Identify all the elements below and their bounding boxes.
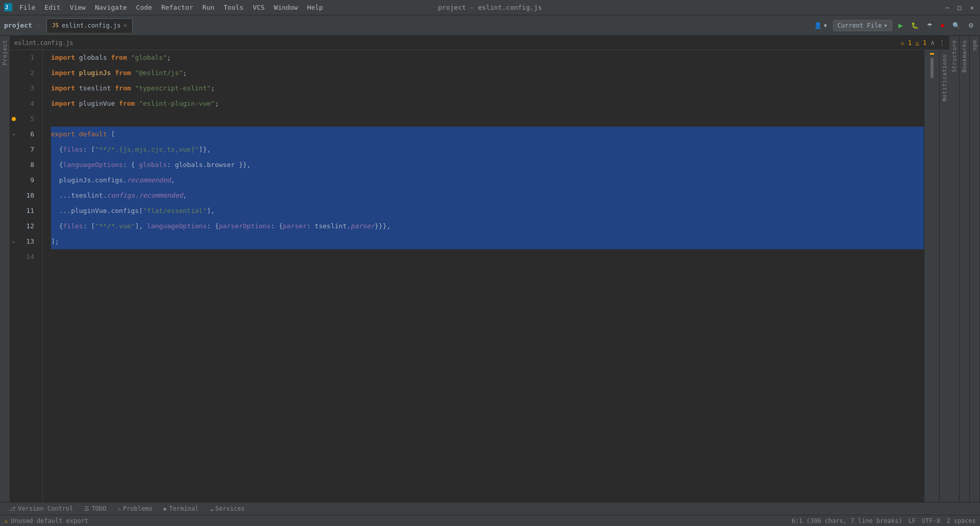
code-line-1: import globals from "globals"; xyxy=(51,50,924,65)
code-line-9: pluginJs.configs.recommended, xyxy=(51,173,924,188)
code-line-14 xyxy=(51,249,924,265)
bookmarks-label[interactable]: Bookmarks xyxy=(960,36,969,77)
version-control-icon: ⎇ xyxy=(9,506,16,512)
menu-navigate[interactable]: Navigate xyxy=(91,3,131,12)
tab-close-button[interactable]: ✕ xyxy=(124,22,127,28)
editor-body: ▾ ▸ 1 2 3 4 5 6 7 xyxy=(10,50,949,502)
editor-header: eslint.config.js ⚠ 1 △ 1 ∧ ⋮ xyxy=(10,36,949,50)
fold-6[interactable]: ▾ xyxy=(10,127,17,142)
line-num-4: 4 xyxy=(17,96,38,111)
npm-label[interactable]: npm xyxy=(970,36,979,55)
status-bar: ⚠ Unused default export 6:1 (306 chars, … xyxy=(0,515,980,526)
menu-vcs[interactable]: VCS xyxy=(249,3,268,12)
collapse-button[interactable]: ∧ xyxy=(930,39,935,46)
debug-button[interactable]: 🐛 xyxy=(909,21,921,30)
run-config-label: Current File xyxy=(838,22,882,29)
run-button[interactable]: ▶ xyxy=(896,21,905,30)
line-num-3: 3 xyxy=(17,81,38,96)
main-area: Project eslint.config.js ⚠ 1 △ 1 ∧ ⋮ xyxy=(0,36,980,502)
tab-services-label: Services xyxy=(215,505,245,512)
fold-2 xyxy=(10,65,17,81)
warning-scroll-marker xyxy=(930,53,934,55)
fold-7 xyxy=(10,142,17,157)
tab-problems-label: Problems xyxy=(123,505,153,512)
coverage-button[interactable]: ☂ xyxy=(925,21,935,30)
tab-terminal-label: Terminal xyxy=(169,505,199,512)
menu-edit[interactable]: Edit xyxy=(40,3,64,12)
structure-label[interactable]: Structure xyxy=(950,36,959,77)
status-warning-text: Unused default export xyxy=(11,517,88,524)
todo-icon: ☰ xyxy=(84,506,89,512)
account-button[interactable]: 👤 ▾ xyxy=(812,21,828,30)
toolbar: project › JS eslint.config.js ✕ 👤 ▾ Curr… xyxy=(0,15,980,36)
tab-version-control-label: Version Control xyxy=(18,505,73,512)
line-num-10: 10 xyxy=(17,188,38,203)
code-line-8: {languageOptions: { globals: globals.bro… xyxy=(51,157,924,173)
right-scrollbar[interactable] xyxy=(924,50,939,502)
close-button[interactable]: ✕ xyxy=(968,4,976,12)
file-tab-eslint[interactable]: JS eslint.config.js ✕ xyxy=(46,18,133,33)
maximize-button[interactable]: □ xyxy=(955,4,964,12)
line-num-2: 2 xyxy=(17,65,38,81)
line-num-12: 12 xyxy=(17,219,38,234)
code-area[interactable]: import globals from "globals"; import pl… xyxy=(43,50,924,502)
tab-todo[interactable]: ☰ TODO xyxy=(79,504,111,514)
menu-tools[interactable]: Tools xyxy=(219,3,248,12)
scrollbar-thumb[interactable] xyxy=(930,58,934,78)
menu-code[interactable]: Code xyxy=(132,3,156,12)
tab-version-control[interactable]: ⎇ Version Control xyxy=(4,504,78,514)
warning-dot xyxy=(12,117,16,121)
bottom-bar: ⎇ Version Control ☰ TODO ⚠ Problems ▶ Te… xyxy=(0,502,980,515)
notifications-label[interactable]: Notifications xyxy=(941,50,948,106)
window-title: project - eslint.config.js xyxy=(438,4,542,11)
menu-refactor[interactable]: Refactor xyxy=(157,3,198,12)
cursor-position[interactable]: 6:1 (306 chars, 7 line breaks) xyxy=(792,517,902,524)
warning-count: ⚠ 1 △ 1 xyxy=(901,39,927,46)
fold-12 xyxy=(10,219,17,234)
search-everywhere-button[interactable]: 🔍 xyxy=(950,21,962,30)
status-left: ⚠ Unused default export xyxy=(4,517,88,524)
code-line-5 xyxy=(51,111,924,127)
charset[interactable]: UTF-8 xyxy=(922,517,940,524)
line-num-7: 7 xyxy=(17,142,38,157)
app-icon: J xyxy=(4,3,13,12)
more-options-button[interactable]: ⋮ xyxy=(939,39,945,46)
project-panel-label[interactable]: Project xyxy=(1,36,9,69)
menu-view[interactable]: View xyxy=(66,3,90,12)
code-line-6: export default [ xyxy=(51,127,924,142)
status-right: 6:1 (306 chars, 7 line breaks) LF UTF-8 … xyxy=(792,517,976,524)
fold-icon-13[interactable]: ▸ xyxy=(12,238,16,245)
settings-button[interactable]: ⚙ xyxy=(966,21,976,30)
left-panel-strip: Project xyxy=(0,36,10,502)
services-icon: ☁ xyxy=(210,506,213,512)
stop-button[interactable]: ■ xyxy=(939,21,946,30)
breadcrumb-file: eslint.config.js xyxy=(14,39,74,46)
fold-icon-6[interactable]: ▾ xyxy=(12,131,16,138)
indent[interactable]: 2 spaces xyxy=(946,517,976,524)
tab-services[interactable]: ☁ Services xyxy=(205,504,250,514)
title-bar: J File Edit View Navigate Code Refactor … xyxy=(0,0,980,15)
code-line-11: ...pluginVue.configs["flat/essential"], xyxy=(51,203,924,219)
code-line-4: import pluginVue from "eslint-plugin-vue… xyxy=(51,96,924,111)
code-line-2: import pluginJs from "@eslint/js"; xyxy=(51,65,924,81)
line-endings[interactable]: LF xyxy=(909,517,916,524)
breadcrumb: eslint.config.js xyxy=(14,39,74,46)
tab-problems[interactable]: ⚠ Problems xyxy=(112,504,157,514)
menu-file[interactable]: File xyxy=(15,3,39,12)
fold-13[interactable]: ▸ xyxy=(10,234,17,249)
minimize-button[interactable]: — xyxy=(943,4,951,12)
menu-help[interactable]: Help xyxy=(303,3,327,12)
bookmarks-panel: Bookmarks xyxy=(960,36,970,502)
menu-window[interactable]: Window xyxy=(270,3,302,12)
fold-9 xyxy=(10,173,17,188)
fold-11 xyxy=(10,203,17,219)
fold-4 xyxy=(10,96,17,111)
run-config-selector[interactable]: Current File ▾ xyxy=(833,20,892,31)
structure-panel: Structure xyxy=(949,36,960,502)
editor-container: eslint.config.js ⚠ 1 △ 1 ∧ ⋮ ▾ xyxy=(10,36,949,502)
menu-run[interactable]: Run xyxy=(199,3,218,12)
tab-terminal[interactable]: ▶ Terminal xyxy=(159,504,204,514)
code-line-10: ...tseslint.configs.recommended, xyxy=(51,188,924,203)
code-line-12: {files: ["**/*.vue"], languageOptions: {… xyxy=(51,219,924,234)
line-num-5: 5 xyxy=(17,111,38,127)
